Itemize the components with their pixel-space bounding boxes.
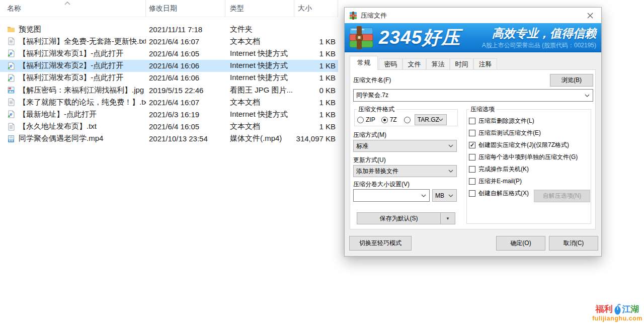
watermark-fuli: 福利 bbox=[596, 305, 613, 314]
table-row[interactable]: 【永久地址发布页】.txt 2021/6/4 16:05 文本文档 1 KB bbox=[0, 121, 338, 133]
brand-subtitle: A股上市公司荣誉出品 (股票代码：002195) bbox=[482, 41, 596, 50]
table-row[interactable]: e 【福利江湖发布页3】-点此打开 2021/6/4 16:06 Interne… bbox=[0, 72, 338, 84]
file-size: 1 KB bbox=[294, 37, 338, 46]
dialog-title: 压缩文件 bbox=[361, 11, 387, 20]
tar-format-select[interactable]: TAR.GZ bbox=[415, 114, 447, 125]
ok-button[interactable]: 确定(O) bbox=[496, 236, 545, 251]
checkbox-solid-archive[interactable]: ✓ bbox=[469, 142, 475, 148]
file-list: 预览图 2021/11/11 7:18 文件夹 【福利江湖】全免费-无套路-更新… bbox=[0, 23, 338, 145]
column-header-date[interactable]: 修改日期 bbox=[146, 0, 225, 17]
method-value: 标准 bbox=[356, 142, 368, 150]
update-value: 添加并替换文件 bbox=[356, 167, 398, 176]
checkbox-separate-archives[interactable] bbox=[469, 154, 475, 160]
checkbox-label: 压缩每个选中项到单独的压缩文件(G) bbox=[478, 153, 578, 161]
checkbox-test-archive[interactable] bbox=[469, 130, 475, 136]
update-select[interactable]: 添加并替换文件 bbox=[353, 165, 457, 177]
archive-name-combobox[interactable]: 同学聚会.7z bbox=[353, 89, 593, 102]
table-row[interactable]: 预览图 2021/11/11 7:18 文件夹 bbox=[0, 23, 338, 35]
file-size: 1 KB bbox=[294, 110, 338, 119]
cancel-button[interactable]: 取消(C) bbox=[549, 236, 598, 251]
column-header-size[interactable]: 大小 bbox=[294, 0, 338, 17]
table-row[interactable]: 【来了就能下载的论坛，纯免费！】.txt 2021/6/4 16:07 文本文档… bbox=[0, 96, 338, 108]
file-type: 文本文档 bbox=[225, 98, 294, 107]
table-row[interactable]: e 【最新地址】-点此打开 2021/6/3 16:19 Internet 快捷… bbox=[0, 108, 338, 120]
checkbox-label: 创建固实压缩文件(J)(仅限7Z格式) bbox=[478, 141, 569, 149]
checkbox-row[interactable]: 压缩并E-mail(P) bbox=[469, 175, 591, 187]
tab-algorithm[interactable]: 算法 bbox=[426, 58, 450, 69]
compress-dialog: 压缩文件 2345好压 高效专业，值得信赖 A股上市公司荣誉出品 (股票代码：0… bbox=[344, 7, 602, 257]
save-default-splitbutton: 保存为默认(S) ▼ bbox=[357, 212, 455, 224]
image-file-icon bbox=[7, 86, 15, 94]
file-type: 文本文档 bbox=[225, 122, 294, 131]
save-default-dropdown[interactable]: ▼ bbox=[440, 212, 455, 224]
file-date: 2021/10/13 23:54 bbox=[146, 134, 225, 143]
svg-text:e: e bbox=[10, 75, 12, 80]
close-button[interactable] bbox=[579, 8, 601, 23]
watermark-domain: fulijianghu.com bbox=[592, 315, 642, 322]
volume-unit-select[interactable]: MB bbox=[432, 189, 457, 202]
chevron-down-icon bbox=[448, 170, 453, 173]
checkbox-label: 压缩后测试压缩文件(E) bbox=[478, 129, 541, 137]
archive-name-label: 压缩文件名(F) bbox=[353, 76, 391, 85]
checkbox-row[interactable]: 压缩后删除源文件(L) bbox=[469, 115, 591, 127]
close-icon bbox=[587, 13, 593, 19]
checkbox-row[interactable]: ✓ 创建固实压缩文件(J)(仅限7Z格式) bbox=[469, 139, 591, 151]
column-header-type[interactable]: 类型 bbox=[225, 0, 294, 17]
checkbox-delete-source[interactable] bbox=[469, 118, 475, 124]
volume-size-combobox[interactable] bbox=[353, 189, 430, 202]
file-date: 2021/6/4 16:07 bbox=[146, 37, 225, 46]
checkbox-email[interactable] bbox=[469, 178, 475, 185]
tab-files[interactable]: 文件 bbox=[403, 58, 426, 69]
checkbox-shutdown-after[interactable] bbox=[469, 166, 475, 173]
file-date: 2019/5/15 22:46 bbox=[146, 86, 225, 95]
file-name: 【解压密码：来福利江湖找福利】.jpg bbox=[19, 86, 144, 95]
volume-unit-value: MB bbox=[435, 192, 444, 199]
file-date: 2021/6/4 16:05 bbox=[146, 122, 225, 131]
radio-zip[interactable] bbox=[357, 117, 364, 123]
text-file-icon bbox=[7, 37, 15, 45]
update-label: 更新方式(U) bbox=[353, 156, 386, 165]
table-row[interactable]: 【解压密码：来福利江湖找福利】.jpg 2019/5/15 22:46 看图王 … bbox=[0, 84, 338, 96]
column-header-row: 名称 修改日期 类型 大小 bbox=[0, 0, 338, 17]
brand-banner: 2345好压 高效专业，值得信赖 A股上市公司荣誉出品 (股票代码：002195… bbox=[345, 23, 601, 52]
brand-logo-icon bbox=[349, 26, 376, 51]
radio-tar[interactable] bbox=[404, 117, 411, 123]
checkbox-sfx[interactable] bbox=[469, 190, 475, 197]
method-select[interactable]: 标准 bbox=[353, 140, 457, 152]
tab-general[interactable]: 常规 bbox=[350, 56, 378, 70]
checkbox-row[interactable]: 压缩后测试压缩文件(E) bbox=[469, 127, 591, 139]
table-row-selected[interactable]: e 【福利江湖发布页2】-点此打开 2021/6/4 16:06 Interne… bbox=[0, 60, 338, 72]
file-type: Internet 快捷方式 bbox=[225, 73, 294, 83]
table-row[interactable]: e 【福利江湖发布页1】-点此打开 2021/6/4 16:05 Interne… bbox=[0, 47, 338, 59]
column-header-name[interactable]: 名称 bbox=[0, 0, 146, 17]
file-name: 【永久地址发布页】.txt bbox=[19, 122, 97, 131]
svg-text:e: e bbox=[10, 112, 12, 117]
browse-button[interactable]: 浏览(B) bbox=[550, 74, 593, 87]
file-size: 0 KB bbox=[294, 86, 338, 95]
video-file-icon bbox=[7, 135, 15, 143]
file-name: 【最新地址】-点此打开 bbox=[19, 110, 97, 119]
checkbox-row[interactable]: 完成操作后关机(K) bbox=[469, 163, 591, 175]
checkbox-label: 压缩后删除源文件(L) bbox=[478, 117, 534, 125]
svg-text:e: e bbox=[10, 63, 12, 68]
brand-slogan: 高效专业，值得信赖 bbox=[492, 26, 596, 41]
radio-7z[interactable] bbox=[381, 117, 388, 123]
file-name: 【福利江湖】全免费-无套路-更新快.txt bbox=[19, 37, 146, 46]
save-default-button[interactable]: 保存为默认(S) bbox=[357, 212, 440, 224]
file-name: 【来了就能下载的论坛，纯免费！】.txt bbox=[19, 98, 146, 107]
tab-comment[interactable]: 注释 bbox=[473, 58, 497, 69]
tab-time[interactable]: 时间 bbox=[450, 58, 473, 69]
radio-zip-label: ZIP bbox=[366, 116, 375, 123]
lite-mode-button[interactable]: 切换至轻巧模式 bbox=[349, 236, 412, 251]
volume-size-label: 压缩分卷大小设置(V) bbox=[353, 180, 410, 189]
table-row[interactable]: 【福利江湖】全免费-无套路-更新快.txt 2021/6/4 16:07 文本文… bbox=[0, 35, 338, 47]
checkbox-row[interactable]: 压缩每个选中项到单独的压缩文件(G) bbox=[469, 151, 591, 163]
radio-7z-label: 7Z bbox=[390, 116, 397, 123]
file-date: 2021/11/11 7:18 bbox=[146, 25, 225, 34]
internet-shortcut-icon: e bbox=[7, 74, 15, 82]
chevron-down-icon bbox=[421, 194, 426, 197]
mouse-icon bbox=[614, 303, 621, 315]
table-row[interactable]: 同学聚会偶遇老同学.mp4 2021/10/13 23:54 媒体文件(.mp4… bbox=[0, 133, 338, 145]
tab-password[interactable]: 密码 bbox=[379, 58, 403, 69]
dialog-titlebar[interactable]: 压缩文件 bbox=[345, 8, 601, 23]
